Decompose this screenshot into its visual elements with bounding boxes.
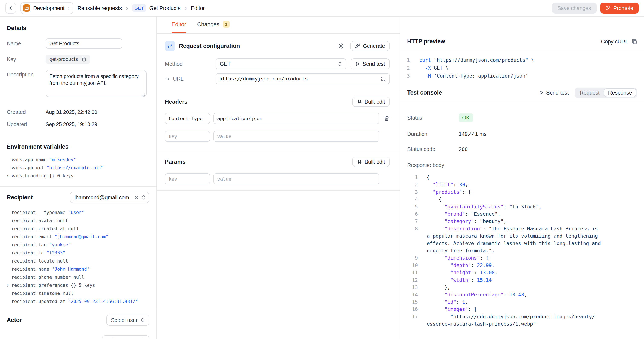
maximize-icon[interactable] <box>381 76 386 81</box>
clear-x-icon[interactable] <box>134 196 138 199</box>
target-select-button[interactable]: Select tenant <box>102 336 150 339</box>
send-test-label: Send test <box>362 61 385 67</box>
send-test-button[interactable]: Send test <box>350 58 390 70</box>
chevron-up-down-icon <box>338 61 342 66</box>
line-number: 1 <box>400 56 410 64</box>
request-config-title: Request configuration <box>179 43 240 50</box>
line-number: 9 <box>400 254 418 262</box>
code-line: cruelty-free formula.", <box>400 247 644 254</box>
line-number: 10 <box>400 262 418 269</box>
play-icon <box>355 62 360 66</box>
promote-button[interactable]: Promote <box>600 2 639 14</box>
updated-value: Sep 25 2025, 19:10:29 <box>46 122 97 127</box>
recipient-combobox[interactable]: jhammond@gmail.com <box>70 192 150 203</box>
description-textarea[interactable]: Fetch products from a specific category … <box>46 70 146 97</box>
method-select[interactable]: GET <box>216 58 346 70</box>
save-changes-button[interactable]: Save changes <box>552 2 596 14</box>
editor-tabbar: Editor Changes 1 <box>157 16 400 34</box>
tab-changes[interactable]: Changes 1 <box>197 16 230 33</box>
headers-bulk-edit-button[interactable]: Bulk edit <box>352 97 390 107</box>
line-number <box>400 247 418 254</box>
line-number: 14 <box>400 291 418 298</box>
code-line: effects. Achieve dramatic lashes with th… <box>400 240 644 247</box>
line-number <box>400 232 418 240</box>
project-breadcrumb-chip[interactable]: Development › <box>20 2 73 14</box>
status-code-value: 200 <box>459 146 468 152</box>
chevron-left-icon <box>8 6 13 11</box>
line-number: 12 <box>400 276 418 284</box>
kv-row: recipient.id "12333" <box>12 249 150 257</box>
name-label: Name <box>7 40 46 47</box>
code-line: 1{ <box>400 174 644 181</box>
kv-row: recipient.created_at null <box>12 225 150 233</box>
line-number: 4 <box>400 196 418 203</box>
kv-row: recipient.locale null <box>12 257 150 265</box>
breadcrumb-request[interactable]: Get Products <box>150 5 180 11</box>
resize-grip-icon[interactable] <box>142 93 145 97</box>
editor-panel: Editor Changes 1 Request configuration G… <box>157 16 400 339</box>
chevron-up-down-icon[interactable] <box>142 195 146 200</box>
breadcrumb-section[interactable]: Reusable requests <box>78 5 122 11</box>
status-badge: OK <box>459 114 473 122</box>
code-line: 12 "width": 15.14 <box>400 276 644 284</box>
line-number: 7 <box>400 218 418 225</box>
actor-select-button[interactable]: Select user <box>106 314 150 326</box>
line-number: 17 <box>400 313 418 320</box>
top-bar: Development › Reusable requests › GET Ge… <box>0 0 644 16</box>
request-config-icon <box>165 41 175 51</box>
header-value-input-empty[interactable] <box>214 131 380 142</box>
key-value: get-products <box>50 56 78 62</box>
generate-button[interactable]: Generate <box>350 41 390 51</box>
kv-row: recipient.name "John Hammond" <box>12 265 150 273</box>
folder-icon <box>23 4 30 12</box>
code-line: 9 "dimensions": { <box>400 254 644 262</box>
kv-row: recipient.fan "yankee" <box>12 241 150 249</box>
expand-row-chevron-icon[interactable]: › <box>7 281 8 290</box>
header-key-input-empty[interactable] <box>165 131 210 142</box>
kv-row: vars.app_name "mikesdev" <box>12 156 150 164</box>
tab-editor-label: Editor <box>172 21 186 28</box>
code-line: a popular mascara known for its volumizi… <box>400 232 644 240</box>
param-value-input[interactable] <box>214 173 380 184</box>
swap-vertical-icon <box>357 99 362 104</box>
tab-editor[interactable]: Editor <box>172 16 186 33</box>
header-value-input[interactable] <box>214 113 380 124</box>
gear-icon[interactable] <box>338 42 344 50</box>
toggle-request[interactable]: Request <box>576 88 604 97</box>
console-send-test-button[interactable]: Send test <box>539 90 569 96</box>
code-line: 3 -H 'Content-Type: application/json' <box>400 72 644 80</box>
code-line: 3 "products": [ <box>400 188 644 196</box>
line-number: 5 <box>400 203 418 210</box>
recipient-rows: recipient.__typename "User"recipient.ava… <box>7 208 150 306</box>
bulk-edit-label: Bulk edit <box>364 99 385 105</box>
target-select-label: Select tenant <box>106 338 138 339</box>
description-label: Description <box>7 70 46 78</box>
swap-vertical-icon <box>357 159 362 164</box>
code-line: essence-mascara-lash-princess/1.webp" <box>400 320 644 328</box>
code-line: 4 { <box>400 196 644 203</box>
copy-curl-button[interactable]: Copy cURL <box>601 38 637 45</box>
delete-header-row-button[interactable] <box>384 116 390 122</box>
actor-select-label: Select user <box>111 317 138 323</box>
params-bulk-edit-button[interactable]: Bulk edit <box>352 157 390 167</box>
code-line: 7 "category": "beauty", <box>400 218 644 225</box>
toggle-response[interactable]: Response <box>604 88 636 97</box>
line-number: 13 <box>400 284 418 291</box>
params-title: Params <box>165 159 186 165</box>
expand-row-chevron-icon[interactable]: › <box>7 172 8 180</box>
copy-icon[interactable] <box>81 57 86 62</box>
code-line: 11 "height": 13.08, <box>400 269 644 276</box>
url-input[interactable]: https://dummyjson.com/products <box>216 73 390 84</box>
param-key-input[interactable] <box>165 173 210 184</box>
breadcrumb-page[interactable]: Editor <box>191 5 205 11</box>
header-key-input[interactable] <box>165 113 210 124</box>
code-line: 15 "id": 1, <box>400 298 644 306</box>
back-button[interactable] <box>5 2 16 14</box>
line-number: 11 <box>400 269 418 276</box>
bulk-edit-label: Bulk edit <box>364 159 385 165</box>
top-bar-actions: Save changes Promote <box>552 2 639 14</box>
trash-icon <box>384 116 390 122</box>
name-input[interactable] <box>46 38 122 48</box>
git-branch-icon <box>606 6 611 11</box>
code-line: 1curl "https://dummyjson.com/products" \ <box>400 56 644 64</box>
